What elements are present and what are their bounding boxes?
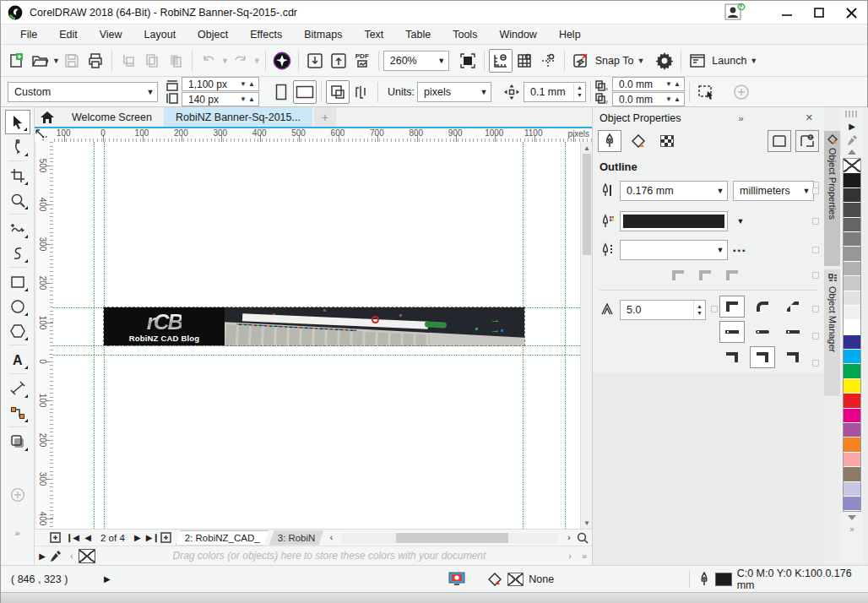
guideline-vertical[interactable] bbox=[565, 142, 566, 529]
copy-icon[interactable] bbox=[140, 49, 164, 73]
width-units-combo[interactable]: millimeters ▼ bbox=[733, 181, 814, 201]
landscape-icon[interactable] bbox=[293, 80, 317, 104]
treat-as-filled-icon[interactable] bbox=[694, 80, 718, 104]
miter-checkbox[interactable] bbox=[711, 306, 718, 312]
palette-scroll-left-icon[interactable]: ‹ bbox=[65, 551, 79, 561]
options-gear-icon[interactable] bbox=[653, 49, 676, 73]
no-color-swatch[interactable] bbox=[79, 549, 95, 563]
text-tool[interactable]: A bbox=[5, 347, 30, 372]
new-document-tab-button[interactable]: + bbox=[314, 107, 336, 127]
add-property-icon[interactable] bbox=[730, 80, 753, 104]
show-guidelines-icon[interactable] bbox=[536, 49, 560, 73]
nudge-spinner[interactable]: ▲▼ bbox=[573, 83, 585, 101]
page-tab-3[interactable]: 3: RobiN bbox=[269, 530, 324, 546]
page-height-field[interactable]: 140 px ▼ ▲ bbox=[182, 92, 259, 106]
palette-more-icon[interactable]: » bbox=[849, 522, 854, 535]
export-icon[interactable] bbox=[327, 49, 350, 73]
document-palette-flyout-icon[interactable]: ▶ bbox=[35, 551, 50, 561]
add-page-after-icon[interactable] bbox=[160, 532, 176, 543]
cap-square-button[interactable] bbox=[719, 321, 745, 343]
corner-round-button[interactable] bbox=[750, 296, 775, 318]
palette-overflow-icon[interactable]: » bbox=[577, 551, 592, 561]
menu-window[interactable]: Window bbox=[488, 25, 547, 44]
menu-edit[interactable]: Edit bbox=[48, 25, 89, 44]
color-swatch[interactable] bbox=[844, 394, 860, 408]
units-caret-icon[interactable]: ▼ bbox=[477, 88, 491, 96]
crop-tool[interactable] bbox=[5, 163, 30, 187]
open-dropdown-caret[interactable]: ▼ bbox=[52, 57, 60, 65]
color-swatch[interactable] bbox=[844, 320, 860, 334]
color-swatch[interactable] bbox=[844, 453, 860, 467]
frame-visibility-icon[interactable] bbox=[795, 130, 819, 152]
save-icon[interactable] bbox=[60, 49, 84, 73]
connector-tool[interactable] bbox=[5, 400, 30, 425]
portrait-icon[interactable] bbox=[269, 80, 293, 104]
guideline-vertical[interactable] bbox=[94, 142, 95, 529]
fill-status-icon[interactable] bbox=[487, 573, 502, 586]
palette-scroll-up-icon[interactable] bbox=[848, 149, 856, 155]
cap-checkbox[interactable] bbox=[812, 333, 819, 340]
freehand-tool[interactable] bbox=[5, 216, 30, 241]
home-icon[interactable] bbox=[35, 107, 60, 127]
position-centered-button[interactable] bbox=[750, 346, 775, 368]
horizontal-ruler[interactable]: 100010020030040050060070080090010001100p… bbox=[53, 128, 592, 142]
units-combo[interactable]: pixels ▼ bbox=[417, 82, 491, 102]
paste-icon[interactable] bbox=[164, 49, 187, 73]
miter-limit-spinner[interactable]: ▲▼ bbox=[693, 301, 705, 319]
color-swatch[interactable] bbox=[844, 276, 860, 291]
zoom-caret-icon[interactable]: ▼ bbox=[435, 57, 448, 65]
outline-tab-icon[interactable] bbox=[598, 130, 621, 152]
shape-tool[interactable] bbox=[5, 134, 30, 159]
redo-dropdown-caret[interactable]: ▼ bbox=[253, 57, 261, 65]
color-swatch[interactable] bbox=[844, 203, 860, 217]
snap-to-caret-icon[interactable]: ▼ bbox=[637, 57, 644, 65]
horizontal-scroll-thumb[interactable] bbox=[396, 533, 508, 543]
color-swatch[interactable] bbox=[844, 482, 860, 497]
menu-effects[interactable]: Effects bbox=[239, 25, 293, 44]
vertical-ruler[interactable]: 5004003002001000100200300400 bbox=[36, 142, 53, 529]
full-screen-preview-icon[interactable] bbox=[456, 49, 480, 73]
width-checkbox[interactable] bbox=[812, 187, 819, 194]
duplicate-x-field[interactable]: 0.0 mm ▼ ▲ bbox=[612, 77, 685, 91]
line-style-caret-icon[interactable]: ▼ bbox=[713, 246, 727, 254]
duplicate-x-spinner[interactable]: ▼ ▲ bbox=[665, 80, 684, 88]
arrows-checkbox[interactable] bbox=[812, 272, 819, 279]
drop-shadow-tool[interactable] bbox=[5, 429, 30, 454]
artistic-media-tool[interactable] bbox=[5, 241, 30, 265]
close-button[interactable] bbox=[835, 1, 867, 24]
duplicate-y-field[interactable]: 0.0 mm ▼ ▲ bbox=[612, 92, 685, 106]
palette-scroll-right-icon[interactable]: › bbox=[563, 551, 577, 561]
current-page-icon[interactable] bbox=[350, 80, 373, 104]
outline-color-caret-icon[interactable]: ▼ bbox=[733, 217, 748, 225]
minimize-button[interactable] bbox=[771, 1, 803, 24]
style-checkbox[interactable] bbox=[812, 247, 819, 253]
transparency-tab-icon[interactable] bbox=[655, 130, 679, 152]
color-swatch[interactable] bbox=[844, 335, 860, 350]
position-checkbox[interactable] bbox=[812, 360, 819, 367]
tab-welcome-screen[interactable]: Welcome Screen bbox=[60, 107, 164, 127]
color-swatch[interactable] bbox=[844, 173, 860, 187]
page-preset-combo[interactable]: Custom ▼ bbox=[8, 82, 158, 102]
page-width-field[interactable]: 1,100 px ▼ ▲ bbox=[182, 77, 259, 91]
menu-object[interactable]: Object bbox=[187, 25, 239, 44]
polygon-tool[interactable] bbox=[5, 318, 30, 343]
color-swatch[interactable] bbox=[844, 262, 860, 276]
outline-width-combo[interactable]: 0.176 mm ▼ bbox=[620, 181, 728, 201]
first-page-icon[interactable]: ❙◀ bbox=[65, 533, 80, 542]
line-style-dots-icon[interactable]: ▪▪▪ bbox=[733, 246, 747, 255]
rectangle-tool[interactable] bbox=[5, 269, 30, 294]
corner-bevel-button[interactable] bbox=[780, 296, 806, 318]
page-tab-2[interactable]: 2: RobiNZ_CAD_ bbox=[176, 530, 269, 546]
banner-artwork[interactable]: rCB RobiNZ CAD Blog → → bbox=[104, 307, 524, 345]
dimension-tool[interactable] bbox=[5, 376, 30, 400]
launcher-icon[interactable] bbox=[686, 49, 709, 73]
zoom-level-combo[interactable]: 260% ▼ bbox=[383, 51, 449, 71]
fill-none-swatch[interactable] bbox=[507, 573, 524, 586]
page-height-spinner[interactable]: ▼ ▲ bbox=[240, 95, 258, 103]
fill-tab-icon[interactable] bbox=[627, 130, 650, 152]
scroll-up-icon[interactable]: ▲ bbox=[581, 142, 593, 154]
wrap-frame-icon[interactable] bbox=[768, 130, 791, 152]
docker-tab-object-properties[interactable]: Object Properties bbox=[824, 131, 840, 266]
color-swatch[interactable] bbox=[844, 350, 860, 364]
show-grid-icon[interactable] bbox=[513, 49, 536, 73]
